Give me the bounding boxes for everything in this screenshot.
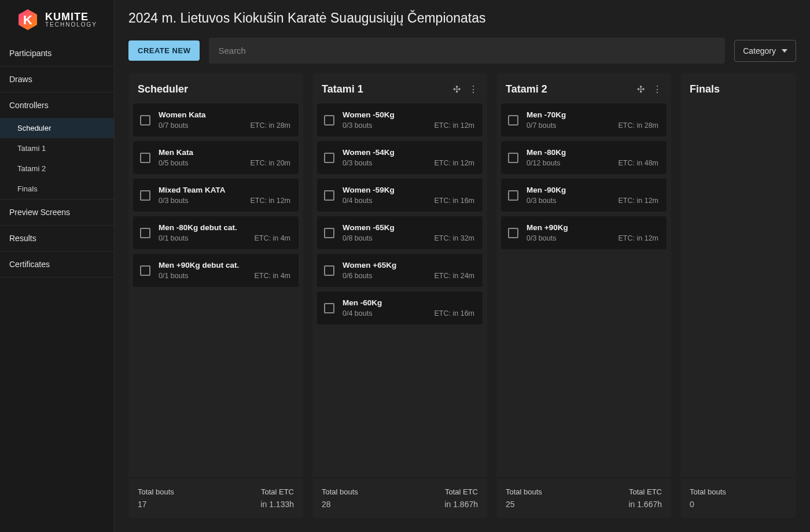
column-tatami1: Tatami 1✣⋮Women -50Kg0/3 boutsETC: in 12… xyxy=(312,73,487,518)
sidebar-item-draws[interactable]: Draws xyxy=(0,66,114,93)
card-etc: ETC: in 48m xyxy=(618,159,658,167)
card-title: Men Kata xyxy=(159,148,290,157)
card-title: Women -65Kg xyxy=(343,223,474,232)
column-header: Tatami 2✣⋮ xyxy=(496,73,671,104)
column-footer: Total bouts17Total ETCin 1.133h xyxy=(128,478,303,518)
move-icon[interactable]: ✣ xyxy=(637,84,645,95)
column-header: Tatami 1✣⋮ xyxy=(312,73,487,104)
category-card[interactable]: Mixed Team KATA0/3 boutsETC: in 12m xyxy=(133,179,299,212)
checkbox[interactable] xyxy=(324,153,334,163)
card-etc: ETC: in 4m xyxy=(254,272,290,280)
column-body: Women Kata0/7 boutsETC: in 28mMen Kata0/… xyxy=(128,104,303,478)
move-icon[interactable]: ✣ xyxy=(453,84,461,95)
card-title: Men -80Kg debut cat. xyxy=(159,223,290,232)
footer-bouts-value: 0 xyxy=(690,500,726,509)
category-dropdown-label: Category xyxy=(743,46,776,56)
sidebar-subitem-finals[interactable]: Finals xyxy=(0,179,114,199)
sidebar-item-participants[interactable]: Participants xyxy=(0,40,114,66)
card-bouts: 0/5 bouts xyxy=(159,159,188,167)
sidebar-item-results[interactable]: Results xyxy=(0,226,114,252)
card-title: Mixed Team KATA xyxy=(159,186,290,194)
card-bouts: 0/3 bouts xyxy=(343,159,372,167)
card-title: Men -90Kg xyxy=(526,186,658,194)
column-finals: FinalsTotal bouts0 xyxy=(680,73,796,518)
footer-etc-value: in 1.667h xyxy=(628,500,662,509)
category-card[interactable]: Women Kata0/7 boutsETC: in 28m xyxy=(133,104,299,136)
card-content: Women -59Kg0/4 boutsETC: in 16m xyxy=(343,186,474,205)
card-etc: ETC: in 16m xyxy=(435,309,474,317)
card-content: Men -70Kg0/7 boutsETC: in 28m xyxy=(526,110,658,130)
checkbox[interactable] xyxy=(140,190,150,201)
category-card[interactable]: Men -90Kg0/3 boutsETC: in 12m xyxy=(501,179,667,212)
checkbox[interactable] xyxy=(508,153,518,163)
card-title: Women -50Kg xyxy=(343,110,474,119)
card-bouts: 0/4 bouts xyxy=(343,197,372,205)
column-title: Scheduler xyxy=(138,83,188,95)
board: SchedulerWomen Kata0/7 boutsETC: in 28mM… xyxy=(115,73,810,532)
category-card[interactable]: Men -60Kg0/4 boutsETC: in 16m xyxy=(317,291,483,324)
checkbox[interactable] xyxy=(508,190,518,201)
card-etc: ETC: in 12m xyxy=(435,121,474,130)
card-content: Men Kata0/5 boutsETC: in 20m xyxy=(159,148,290,167)
card-etc: ETC: in 16m xyxy=(435,197,474,205)
category-card[interactable]: Men Kata0/5 boutsETC: in 20m xyxy=(133,141,299,174)
category-dropdown[interactable]: Category xyxy=(734,40,796,62)
category-card[interactable]: Men -80Kg debut cat.0/1 boutsETC: in 4m xyxy=(133,216,299,249)
category-card[interactable]: Women -50Kg0/3 boutsETC: in 12m xyxy=(317,104,483,136)
caret-down-icon xyxy=(782,49,787,53)
logo[interactable]: K KUMITE TECHNOLOGY xyxy=(0,0,114,40)
card-content: Women +65Kg0/6 boutsETC: in 24m xyxy=(343,261,474,280)
card-bouts: 0/3 bouts xyxy=(159,197,188,205)
sidebar-item-certificates[interactable]: Certificates xyxy=(0,252,114,278)
card-meta: 0/6 boutsETC: in 24m xyxy=(343,272,474,280)
logo-text-1: KUMITE xyxy=(45,12,97,22)
card-etc: ETC: in 28m xyxy=(618,121,658,130)
card-title: Men +90Kg xyxy=(526,223,658,232)
checkbox[interactable] xyxy=(324,115,334,125)
checkbox[interactable] xyxy=(324,265,334,276)
more-icon[interactable]: ⋮ xyxy=(469,84,478,95)
sidebar-subitem-tatami-2[interactable]: Tatami 2 xyxy=(0,158,114,179)
card-title: Women Kata xyxy=(159,110,290,119)
card-meta: 0/3 boutsETC: in 12m xyxy=(526,234,658,242)
footer-etc-value: in 1.867h xyxy=(444,500,478,509)
checkbox[interactable] xyxy=(140,153,150,163)
category-card[interactable]: Women -54Kg0/3 boutsETC: in 12m xyxy=(317,141,483,174)
more-icon[interactable]: ⋮ xyxy=(653,84,662,95)
category-card[interactable]: Men -80Kg0/12 boutsETC: in 48m xyxy=(501,141,667,174)
column-tatami2: Tatami 2✣⋮Men -70Kg0/7 boutsETC: in 28mM… xyxy=(496,73,671,518)
card-bouts: 0/7 bouts xyxy=(526,121,556,130)
checkbox[interactable] xyxy=(140,228,150,238)
checkbox[interactable] xyxy=(508,228,518,238)
card-bouts: 0/1 bouts xyxy=(159,272,188,280)
card-title: Men +90Kg debut cat. xyxy=(159,261,290,269)
card-meta: 0/7 boutsETC: in 28m xyxy=(159,121,290,130)
card-meta: 0/8 boutsETC: in 32m xyxy=(343,234,474,242)
sidebar-subitem-scheduler[interactable]: Scheduler xyxy=(0,118,114,138)
sidebar-subitem-tatami-1[interactable]: Tatami 1 xyxy=(0,138,114,158)
sidebar-item-preview-screens[interactable]: Preview Screens xyxy=(0,200,114,226)
search-input[interactable] xyxy=(209,38,725,64)
category-card[interactable]: Men +90Kg0/3 boutsETC: in 12m xyxy=(501,216,667,249)
footer-bouts: Total bouts0 xyxy=(690,487,726,509)
checkbox[interactable] xyxy=(324,228,334,238)
checkbox[interactable] xyxy=(140,265,150,276)
card-content: Mixed Team KATA0/3 boutsETC: in 12m xyxy=(159,186,290,205)
column-title: Tatami 1 xyxy=(322,83,363,95)
checkbox[interactable] xyxy=(140,115,150,125)
checkbox[interactable] xyxy=(508,115,518,125)
card-meta: 0/7 boutsETC: in 28m xyxy=(526,121,658,130)
category-card[interactable]: Women -65Kg0/8 boutsETC: in 32m xyxy=(317,216,483,249)
checkbox[interactable] xyxy=(324,190,334,201)
checkbox[interactable] xyxy=(324,303,334,313)
card-etc: ETC: in 12m xyxy=(251,197,290,205)
category-card[interactable]: Men +90Kg debut cat.0/1 boutsETC: in 4m xyxy=(133,254,299,287)
category-card[interactable]: Women -59Kg0/4 boutsETC: in 16m xyxy=(317,179,483,212)
create-new-button[interactable]: CREATE NEW xyxy=(128,40,200,61)
sidebar-item-controllers[interactable]: Controllers xyxy=(0,93,114,118)
footer-bouts-label: Total bouts xyxy=(322,487,358,496)
footer-etc-label: Total ETC xyxy=(444,487,478,496)
category-card[interactable]: Women +65Kg0/6 boutsETC: in 24m xyxy=(317,254,483,287)
category-card[interactable]: Men -70Kg0/7 boutsETC: in 28m xyxy=(501,104,667,136)
column-body: Women -50Kg0/3 boutsETC: in 12mWomen -54… xyxy=(312,104,487,478)
